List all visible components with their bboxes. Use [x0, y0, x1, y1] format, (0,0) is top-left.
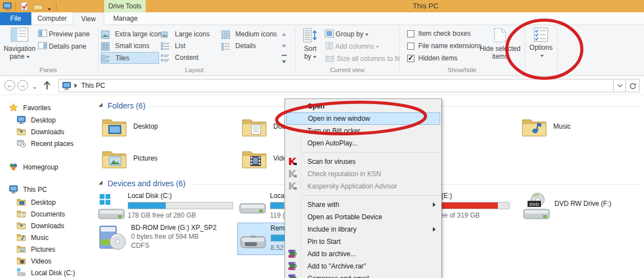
item-check-boxes-checkbox[interactable]: Item check boxes — [407, 30, 470, 37]
folder-tile-downloads[interactable]: ls — [435, 115, 491, 144]
add-columns-button[interactable]: Add columns — [325, 42, 379, 50]
sidebar-pc-local-disk-c[interactable]: Local Disk (C:) — [17, 267, 75, 278]
tab-manage[interactable]: Manage — [106, 12, 144, 25]
menu-item-open[interactable]: Open — [285, 100, 441, 112]
menu-item-scan-for-viruses[interactable]: Scan for viruses — [285, 156, 441, 168]
folder-tile-desktop[interactable]: Desktop — [102, 115, 231, 144]
sidebar-this-pc[interactable]: This PC — [9, 184, 47, 195]
sidebar-item-desktop[interactable]: Desktop — [17, 115, 55, 126]
drive-tile-dvd-f[interactable]: DVD DVD RW Drive (F:) — [522, 192, 644, 222]
group-by-button[interactable]: Group by — [325, 30, 368, 38]
layout-scroll-up-button[interactable] — [279, 29, 288, 40]
hidden-items-box[interactable] — [407, 55, 414, 62]
tab-computer[interactable]: Computer — [31, 12, 73, 25]
medium-icons-icon — [221, 30, 230, 39]
devices-group-header[interactable]: Devices and drives (6) — [108, 179, 185, 188]
menu-item-add-to-archive-rar[interactable]: Add to "Archive.rar" — [285, 260, 441, 272]
menu-item-include-in-library[interactable]: Include in library — [285, 223, 441, 235]
size-all-columns-button[interactable]: Size all columns to fit — [325, 54, 400, 63]
sidebar-pc-music[interactable]: Music — [17, 232, 49, 243]
navigation-pane-button[interactable]: Navigation pane — [3, 27, 36, 60]
menu-item-check-reputation-ksn[interactable]: Check reputation in KSN — [285, 168, 441, 180]
sidebar-pc-videos[interactable]: Videos — [17, 256, 52, 267]
address-dropdown-button[interactable] — [614, 79, 626, 92]
drive-tile-removable-selected[interactable]: Rem 8.52 — [237, 223, 286, 255]
ribbon-separator-5 — [557, 27, 558, 74]
layout-medium-icons[interactable]: Medium icons — [221, 29, 277, 40]
navigation-pane-label-1: Navigation — [3, 45, 36, 53]
folder-tile-pictures[interactable]: Pictures — [102, 147, 231, 176]
folders-collapse-icon[interactable] — [99, 103, 102, 107]
drive-capacity-bar — [440, 202, 510, 209]
recent-locations-dropdown-icon[interactable] — [31, 84, 36, 92]
file-name-extensions-box[interactable] — [407, 43, 414, 50]
up-button[interactable] — [43, 81, 52, 91]
back-button[interactable]: ← — [4, 80, 15, 91]
hidden-items-checkbox[interactable]: Hidden items — [407, 54, 458, 62]
tab-file[interactable]: File — [0, 12, 31, 25]
tab-view[interactable]: View — [73, 12, 104, 26]
drive-name-fragment: Loca — [270, 192, 284, 200]
drive-tools-contextual-tab[interactable]: Drive Tools — [104, 0, 146, 12]
qat-new-folder-icon[interactable] — [34, 2, 43, 11]
sidebar-pc-downloads[interactable]: Downloads — [17, 220, 64, 232]
menu-item-open-autoplay[interactable]: Open AutoPlay... — [285, 137, 441, 149]
star-icon — [9, 103, 18, 112]
menu-item-pin-to-start[interactable]: Pin to Start — [285, 235, 441, 248]
qat-properties-icon[interactable] — [20, 2, 29, 11]
extra-large-icons-icon — [101, 30, 110, 39]
menu-item-share-with[interactable]: Share with — [285, 199, 441, 211]
drive-tile-local-disk-d[interactable]: Loca 119 ( — [237, 192, 284, 222]
layout-small-icons[interactable]: Small icons — [101, 40, 159, 52]
item-check-boxes-box[interactable] — [407, 30, 414, 37]
sidebar-favorites[interactable]: Favorites — [9, 102, 51, 114]
folder-tile-music[interactable]: Music — [522, 115, 644, 144]
drive-free-space-fragment: 119 ( — [270, 211, 284, 219]
sort-by-button[interactable]: Sort by — [298, 27, 323, 60]
layout-scroll-down-button[interactable] — [279, 40, 288, 52]
details-view-label: Details — [235, 42, 256, 50]
drive-free-space: 178 GB free of 280 GB — [128, 211, 196, 219]
sidebar-pc-documents[interactable]: Documents — [17, 209, 65, 220]
devices-collapse-icon[interactable] — [99, 181, 102, 185]
menu-item-turn-on-bitlocker[interactable]: Turn on BitLocker — [285, 125, 441, 137]
layout-extra-large-icons[interactable]: Extra large icons — [101, 29, 159, 40]
navigation-pane-label-2: pane — [10, 53, 25, 60]
folders-group-header[interactable]: Folders (6) — [108, 101, 146, 110]
drive-tile-e[interactable]: (E:) ee of 319 GB — [440, 192, 512, 222]
menu-item-add-to-archive[interactable]: Add to archive... — [285, 248, 441, 260]
preview-pane-button[interactable]: Preview pane — [38, 30, 90, 38]
options-button[interactable]: Options — [526, 27, 556, 59]
menu-item-kaspersky-application-advisor[interactable]: Kaspersky Application Advisor — [285, 180, 441, 192]
sidebar-pc-desktop[interactable]: Desktop — [17, 197, 55, 208]
layout-details[interactable]: Details — [221, 40, 277, 52]
music-folder-icon — [522, 116, 547, 136]
sidebar-item-downloads[interactable]: Downloads — [17, 126, 64, 138]
drive-tile-local-disk-c[interactable]: Local Disk (C:) 178 GB free of 280 GB — [97, 192, 237, 222]
menu-item-compress-and-email[interactable]: Compress and email... — [285, 272, 441, 278]
drive-tile-bdrom-g[interactable]: BD-ROM Drive (G:) XP_SP2 0 bytes free of… — [97, 224, 237, 255]
system-menu-icon[interactable] — [3, 2, 12, 11]
sidebar-item-recent-places[interactable]: Recent places — [17, 138, 73, 149]
sidebar-homegroup[interactable]: Homegroup — [9, 162, 58, 173]
extra-large-icons-label: Extra large icons — [115, 30, 165, 38]
qat-dropdown-icon[interactable] — [46, 5, 51, 13]
details-pane-label: Details pane — [49, 43, 86, 50]
menu-item-open-as-portable-device[interactable]: Open as Portable Device — [285, 211, 441, 223]
sidebar-pc-pictures[interactable]: Pictures — [17, 244, 55, 255]
menu-item-open-in-new-window[interactable]: Open in new window — [286, 112, 440, 125]
breadcrumb-location[interactable]: This PC — [81, 82, 105, 89]
details-pane-button[interactable]: Details pane — [38, 42, 86, 50]
address-bar[interactable]: This PC — [58, 79, 614, 92]
layout-tiles-selected[interactable]: Tiles — [101, 52, 159, 64]
forward-button[interactable]: → — [17, 80, 28, 91]
tiles-icon — [101, 54, 110, 63]
breadcrumb-chevron-icon[interactable] — [74, 83, 77, 88]
file-name-extensions-checkbox[interactable]: File name extensions — [407, 42, 482, 50]
hide-selected-items-button[interactable]: Hide selected items — [479, 27, 521, 60]
layout-large-icons[interactable]: Large icons — [161, 29, 219, 40]
layout-list[interactable]: List — [161, 40, 219, 52]
layout-content[interactable]: Content — [161, 52, 219, 64]
layout-more-button[interactable] — [279, 52, 288, 64]
refresh-button[interactable] — [626, 79, 640, 92]
